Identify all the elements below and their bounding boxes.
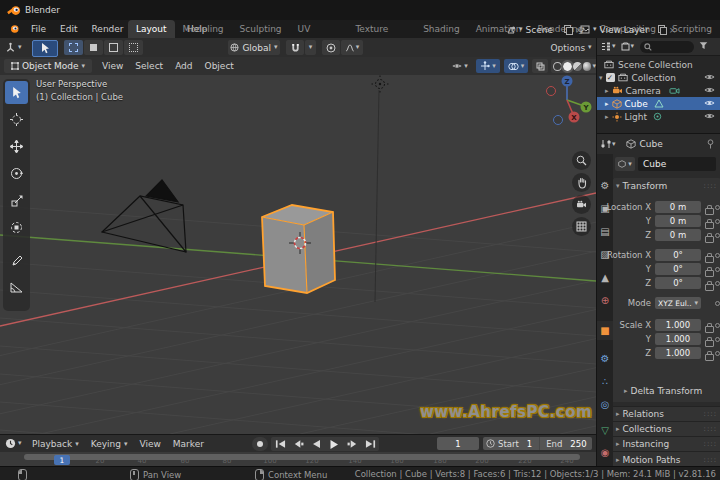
lock-icon[interactable] xyxy=(705,354,714,361)
tool-annotate-button[interactable] xyxy=(5,249,28,272)
collapse-arrow-icon[interactable]: ▸ xyxy=(605,100,609,108)
eye-icon[interactable] xyxy=(704,73,715,83)
camera-object[interactable] xyxy=(102,180,186,252)
tool-move-button[interactable] xyxy=(5,135,28,158)
panel-collections[interactable]: ▸Collections:::: xyxy=(613,421,720,436)
record-button[interactable] xyxy=(252,437,268,451)
outliner-row-light[interactable]: ▸ Light xyxy=(597,110,720,123)
menu-playback[interactable]: Playback▾ xyxy=(26,435,85,453)
menu-render[interactable]: Render xyxy=(85,20,131,38)
drag-handle-icon[interactable]: :::: xyxy=(704,182,717,190)
tab-modeling[interactable]: Modeling xyxy=(175,20,232,38)
outliner-editor-button[interactable]: ▾ xyxy=(601,42,616,51)
animate-dot[interactable] xyxy=(715,351,720,356)
animate-dot[interactable] xyxy=(715,205,720,210)
jump-to-end-button[interactable] xyxy=(361,440,379,448)
scale-y-field[interactable]: 1.000 xyxy=(655,333,701,345)
tool-scale-button[interactable] xyxy=(5,189,28,212)
shading-solid-button[interactable] xyxy=(563,62,572,71)
prev-keyframe-button[interactable] xyxy=(289,440,307,448)
outliner-row-camera[interactable]: ▸ Camera xyxy=(597,84,720,97)
select-mode-extend-button[interactable] xyxy=(84,40,103,55)
timeline-ruler[interactable]: 20 40 60 80 100 120 140 160 180 200 220 … xyxy=(0,452,596,466)
lock-icon[interactable] xyxy=(705,270,714,277)
tool-rotate-button[interactable] xyxy=(5,162,28,185)
camera-view-button[interactable] xyxy=(572,195,591,214)
menu-object[interactable]: Object xyxy=(199,57,240,75)
perspective-toggle-button[interactable] xyxy=(572,217,591,236)
outliner-filter-button[interactable] xyxy=(699,41,708,52)
panel-instancing[interactable]: ▸Instancing:::: xyxy=(613,436,720,451)
shading-wireframe-button[interactable] xyxy=(553,62,562,71)
menu-select[interactable]: Select xyxy=(129,57,169,75)
location-x-field[interactable]: 0 m xyxy=(655,201,701,213)
properties-editor-button[interactable]: ▾ xyxy=(601,139,616,149)
transform-panel-header[interactable]: ▾ Transform :::: xyxy=(613,178,720,194)
lock-icon[interactable] xyxy=(705,236,714,243)
eye-icon[interactable] xyxy=(704,86,715,96)
eye-icon[interactable] xyxy=(704,99,715,109)
blender-menu-icon[interactable] xyxy=(8,24,20,36)
collection-checkbox[interactable]: ✓ xyxy=(606,73,615,82)
outliner-search[interactable] xyxy=(640,41,694,53)
tool-transform-button[interactable] xyxy=(5,216,28,239)
play-button[interactable] xyxy=(325,440,343,449)
rotation-x-field[interactable]: 0° xyxy=(655,249,701,261)
tab-uv-editing[interactable]: UV Editing xyxy=(290,20,348,38)
snap-toggle-button[interactable] xyxy=(286,40,304,55)
location-z-field[interactable]: 0 m xyxy=(655,229,701,241)
menu-marker[interactable]: Marker xyxy=(167,435,210,453)
animate-dot[interactable] xyxy=(715,323,720,328)
animate-dot[interactable] xyxy=(715,219,720,224)
lock-icon[interactable] xyxy=(705,284,714,291)
scale-z-field[interactable]: 1.000 xyxy=(655,347,701,359)
timeline-scrollbar[interactable] xyxy=(24,454,580,460)
rotation-mode-dropdown[interactable]: XYZ Eul.. ▾ xyxy=(655,297,701,309)
new-scene-icon[interactable] xyxy=(564,25,572,34)
snap-options-button[interactable]: ▾ xyxy=(305,40,316,55)
tab-physics[interactable]: ◎ xyxy=(597,395,613,414)
proportional-edit-button[interactable] xyxy=(322,40,340,55)
tab-material[interactable]: ◉ xyxy=(597,443,613,462)
rotation-z-field[interactable]: 0° xyxy=(655,277,701,289)
lock-icon[interactable] xyxy=(705,222,714,229)
outliner-search-input[interactable] xyxy=(652,41,690,52)
jump-to-start-button[interactable] xyxy=(271,440,289,448)
options-dropdown[interactable]: Options ▾ xyxy=(550,40,592,55)
overlays-toggle-button[interactable]: ▾ xyxy=(504,59,528,73)
zoom-button[interactable] xyxy=(572,151,591,170)
transform-orientation-dropdown[interactable]: Global ▾ xyxy=(228,40,280,55)
pin-icon[interactable] xyxy=(706,139,715,149)
animate-dot[interactable] xyxy=(715,301,720,306)
lock-icon[interactable] xyxy=(705,208,714,215)
collapse-arrow-icon[interactable]: ▸ xyxy=(605,113,609,121)
xray-toggle-button[interactable] xyxy=(532,59,548,73)
menu-add[interactable]: Add xyxy=(169,57,198,75)
scene-selector[interactable]: ▾ Scene × xyxy=(506,23,583,36)
menu-keying[interactable]: Keying▾ xyxy=(85,435,134,453)
tool-select-box-button[interactable] xyxy=(5,81,28,104)
select-mode-subtract-button[interactable] xyxy=(104,40,123,55)
play-reverse-button[interactable] xyxy=(307,440,325,448)
tab-texture-paint[interactable]: Texture Paint xyxy=(347,20,415,38)
timeline-editor-button[interactable]: ▾ xyxy=(5,438,22,449)
tab-object-data[interactable]: ▽ xyxy=(597,421,613,440)
playhead[interactable]: 1 xyxy=(54,455,70,465)
animate-dot[interactable] xyxy=(715,267,720,272)
animate-dot[interactable] xyxy=(715,233,720,238)
object-type-dropdown[interactable]: ▾ xyxy=(615,157,635,171)
mode-dropdown[interactable]: Object Mode ▾ xyxy=(4,59,92,73)
panel-motion-paths[interactable]: ▸Motion Paths:::: xyxy=(613,451,720,467)
gizmos-toggle-button[interactable]: ▾ xyxy=(476,59,500,73)
pan-button[interactable] xyxy=(572,173,591,192)
select-mode-intersect-button[interactable] xyxy=(124,40,143,55)
collapse-arrow-icon[interactable]: ▸ xyxy=(605,87,609,95)
view-layer-close-icon[interactable]: × xyxy=(669,25,677,35)
location-y-field[interactable]: 0 m xyxy=(655,215,701,227)
expand-arrow-icon[interactable]: ▾ xyxy=(599,74,603,82)
start-value-field[interactable]: 1 xyxy=(527,439,532,449)
lock-icon[interactable] xyxy=(705,340,714,347)
rotation-y-field[interactable]: 0° xyxy=(655,263,701,275)
panel-relations[interactable]: ▸Relations:::: xyxy=(613,406,720,421)
outliner-row-collection[interactable]: ▾ ✓ Collection xyxy=(597,71,720,84)
